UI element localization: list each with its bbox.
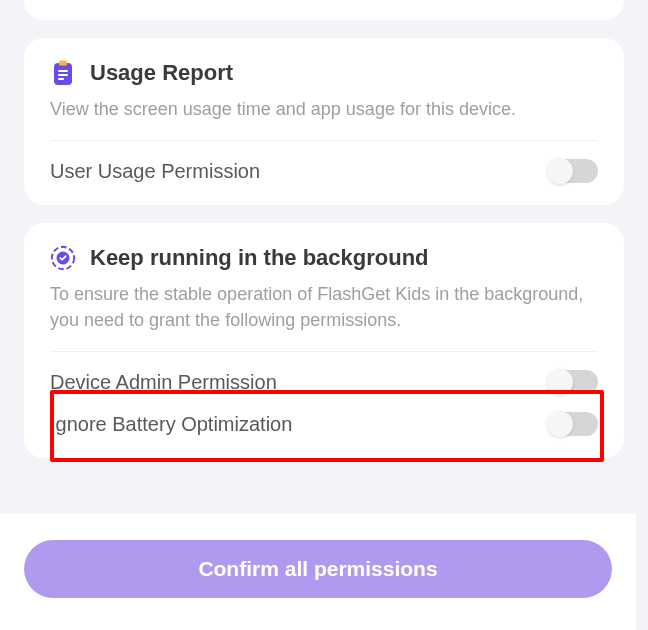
user-usage-permission-row[interactable]: User Usage Permission [50, 141, 598, 183]
svg-rect-4 [58, 78, 64, 80]
user-usage-toggle[interactable] [548, 159, 598, 183]
device-admin-permission-row[interactable]: Device Admin Permission [50, 352, 598, 394]
card-title: Usage Report [90, 60, 233, 86]
perm-label: User Usage Permission [50, 160, 260, 183]
perm-label: Ignore Battery Optimization [50, 413, 292, 436]
perm-label: Device Admin Permission [50, 371, 277, 394]
shield-check-icon [50, 245, 76, 271]
clipboard-icon [50, 60, 76, 86]
battery-opt-toggle[interactable] [548, 412, 598, 436]
card-header: Keep running in the background [50, 245, 598, 271]
previous-card-bottom [24, 0, 624, 20]
card-title: Keep running in the background [90, 245, 429, 271]
card-desc: View the screen usage time and app usage… [50, 96, 598, 122]
svg-rect-2 [58, 70, 68, 72]
svg-rect-3 [58, 74, 68, 76]
usage-report-card: Usage Report View the screen usage time … [24, 38, 624, 205]
card-header: Usage Report [50, 60, 598, 86]
highlight-container: Ignore Battery Optimization [50, 394, 598, 436]
svg-rect-1 [59, 61, 67, 66]
background-running-card: Keep running in the background To ensure… [24, 223, 624, 458]
confirm-all-button[interactable]: Confirm all permissions [24, 540, 612, 598]
content: Usage Report View the screen usage time … [0, 0, 648, 588]
ignore-battery-optimization-row[interactable]: Ignore Battery Optimization [50, 394, 598, 436]
card-desc: To ensure the stable operation of FlashG… [50, 281, 598, 333]
device-admin-toggle[interactable] [548, 370, 598, 394]
confirm-bar: Confirm all permissions [0, 514, 636, 630]
